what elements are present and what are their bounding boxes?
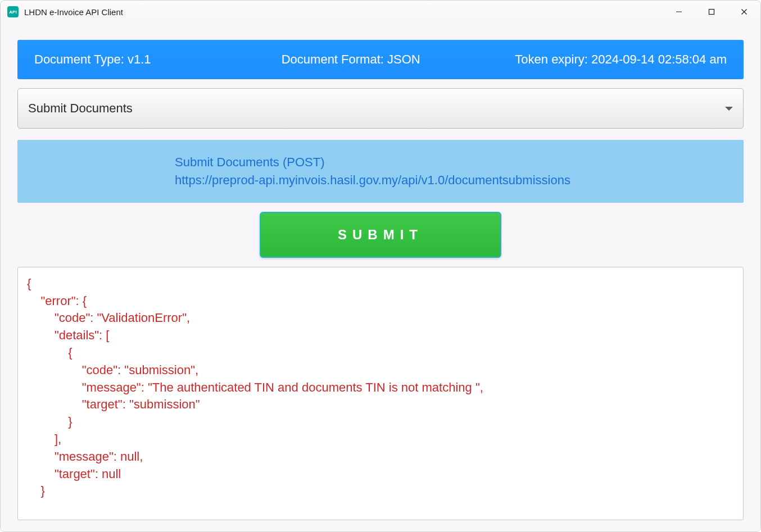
- status-bar: Document Type: v1.1 Document Format: JSO…: [17, 40, 744, 79]
- close-button[interactable]: [728, 1, 760, 23]
- dropdown-selected: Submit Documents: [28, 101, 133, 116]
- titlebar[interactable]: API LHDN e-Invoice API Client: [1, 1, 760, 23]
- chevron-down-icon: [725, 107, 733, 111]
- maximize-icon: [708, 8, 715, 15]
- app-icon-text: API: [9, 10, 16, 15]
- close-icon: [741, 8, 748, 15]
- status-doc-type: Document Type: v1.1: [34, 52, 232, 67]
- action-dropdown[interactable]: Submit Documents: [17, 88, 744, 129]
- endpoint-info-panel: Submit Documents (POST) https://preprod-…: [17, 140, 744, 203]
- maximize-button[interactable]: [695, 1, 728, 23]
- app-icon: API: [7, 6, 19, 17]
- svg-rect-1: [709, 10, 714, 15]
- submit-row: SUBMIT: [17, 212, 744, 258]
- submit-button-label: SUBMIT: [338, 227, 423, 243]
- content-area: Document Type: v1.1 Document Format: JSO…: [1, 23, 760, 531]
- status-doc-format: Document Format: JSON: [232, 52, 469, 67]
- minimize-icon: [676, 8, 682, 15]
- app-window: API LHDN e-Invoice API Client Document T…: [0, 0, 761, 532]
- window-title: LHDN e-Invoice API Client: [24, 7, 663, 17]
- endpoint-url: https://preprod-api.myinvois.hasil.gov.m…: [175, 171, 732, 189]
- submit-button[interactable]: SUBMIT: [260, 212, 501, 258]
- endpoint-title: Submit Documents (POST): [175, 153, 732, 171]
- status-token-expiry: Token expiry: 2024-09-14 02:58:04 am: [469, 52, 727, 67]
- minimize-button[interactable]: [663, 1, 695, 23]
- response-output[interactable]: { "error": { "code": "ValidationError", …: [17, 267, 744, 520]
- window-controls: [663, 1, 760, 23]
